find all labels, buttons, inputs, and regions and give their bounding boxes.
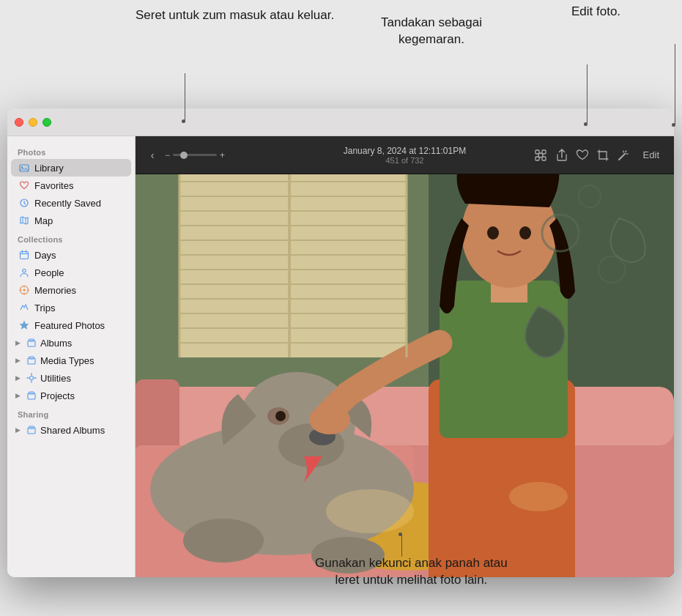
sidebar-item-library[interactable]: Library — [11, 159, 131, 177]
zoom-slider[interactable] — [173, 154, 217, 156]
callout-edit: Edit foto. — [571, 4, 620, 21]
title-bar — [7, 108, 674, 136]
photo-display — [136, 174, 674, 577]
sidebar-item-media-types[interactable]: ▶ Media Types — [11, 352, 131, 369]
svg-rect-31 — [542, 150, 546, 154]
svg-rect-32 — [535, 157, 539, 160]
media-types-icon — [26, 355, 37, 366]
favorite-button[interactable] — [575, 146, 590, 164]
zoom-slider-container: − + — [165, 150, 225, 160]
sidebar-item-trips[interactable]: Trips — [11, 299, 131, 316]
photo-viewer: ‹ − + January 8, 2024 at 12:11:01PM 451 … — [136, 136, 674, 577]
svg-point-67 — [311, 537, 385, 574]
sidebar-item-featured[interactable]: Featured Photos — [11, 316, 131, 334]
media-types-expand-arrow: ▶ — [15, 357, 23, 364]
utilities-icon — [26, 372, 37, 384]
sidebar-item-media-types-label: Media Types — [40, 355, 94, 366]
zoom-plus-icon[interactable]: + — [220, 150, 225, 160]
minimize-button[interactable] — [29, 118, 37, 127]
sidebar-item-projects[interactable]: ▶ Projects — [11, 387, 131, 404]
sidebar-item-library-label: Library — [34, 163, 64, 174]
collections-section-label: Collections — [7, 229, 135, 246]
svg-line-35 — [619, 154, 625, 160]
photo-date: January 8, 2024 at 12:11:01PM — [344, 146, 466, 156]
svg-point-76 — [326, 489, 414, 533]
toolbar-left: ‹ − + — [144, 147, 276, 163]
utilities-expand-arrow: ▶ — [15, 374, 23, 382]
sidebar-item-albums-label: Albums — [40, 338, 72, 349]
sidebar-item-featured-label: Featured Photos — [34, 320, 105, 331]
sidebar-item-favorites[interactable]: Favorites — [11, 177, 131, 194]
viewer-toolbar: ‹ − + January 8, 2024 at 12:11:01PM 451 … — [136, 136, 674, 174]
photo-count: 451 of 732 — [386, 156, 424, 165]
svg-rect-30 — [535, 150, 539, 154]
featured-icon — [18, 319, 30, 331]
projects-expand-arrow: ▶ — [15, 392, 23, 399]
crop-button[interactable] — [596, 146, 610, 164]
svg-point-74 — [519, 226, 531, 240]
maximize-button[interactable] — [42, 118, 51, 127]
albums-expand-arrow: ▶ — [15, 339, 23, 346]
face-recognition-button[interactable] — [533, 146, 548, 164]
toolbar-right: Edit — [533, 146, 665, 164]
svg-point-73 — [487, 226, 499, 240]
svg-point-66 — [183, 519, 264, 563]
mac-window: Photos Library — [7, 108, 674, 577]
sidebar-item-shared-albums-label: Shared Albums — [40, 425, 105, 436]
sidebar-item-trips-label: Trips — [34, 303, 55, 313]
sidebar-item-utilities[interactable]: ▶ Utilities — [11, 369, 131, 387]
sidebar-item-favorites-label: Favorites — [34, 180, 73, 191]
sidebar-item-memories-label: Memories — [34, 285, 76, 296]
traffic-lights — [15, 118, 51, 127]
share-button[interactable] — [554, 146, 568, 164]
callout-favorite: Tandakan sebagaikegemaran. — [381, 15, 482, 48]
zoom-slider-thumb[interactable] — [180, 152, 188, 159]
sidebar-item-people-label: People — [34, 267, 64, 278]
callout-zoom: Seret untuk zum masuk atau keluar. — [136, 7, 334, 24]
recently-saved-icon — [18, 197, 30, 209]
people-icon — [18, 267, 30, 278]
svg-point-75 — [309, 405, 350, 434]
sharing-section-label: Sharing — [7, 404, 135, 421]
toolbar-center: January 8, 2024 at 12:11:01PM 451 of 732 — [276, 146, 533, 165]
svg-point-9 — [23, 269, 26, 272]
svg-rect-5 — [21, 252, 29, 259]
sidebar-item-memories[interactable]: Memories — [11, 281, 131, 299]
favorites-icon — [18, 179, 30, 191]
main-content: Photos Library — [7, 136, 674, 577]
map-icon — [18, 215, 30, 226]
trips-icon — [18, 302, 30, 313]
close-button[interactable] — [15, 118, 23, 127]
svg-point-77 — [509, 482, 568, 511]
sidebar-item-albums[interactable]: ▶ Albums — [11, 334, 131, 352]
sidebar-item-days[interactable]: Days — [11, 246, 131, 264]
sidebar-item-map-label: Map — [34, 215, 53, 226]
edit-button[interactable]: Edit — [637, 147, 665, 163]
albums-icon — [26, 337, 37, 349]
zoom-minus-icon[interactable]: − — [165, 150, 170, 160]
sidebar-item-recently-saved-label: Recently Saved — [34, 198, 101, 209]
svg-rect-33 — [542, 157, 546, 160]
svg-point-65 — [275, 411, 286, 421]
sidebar-item-recently-saved[interactable]: Recently Saved — [11, 194, 131, 212]
sidebar-item-utilities-label: Utilities — [40, 373, 71, 384]
svg-point-21 — [30, 376, 34, 380]
sidebar-item-projects-label: Projects — [40, 390, 75, 401]
shared-albums-expand-arrow: ▶ — [15, 426, 23, 434]
photo-scene-svg — [136, 174, 674, 577]
photos-section-label: Photos — [7, 142, 135, 159]
svg-line-38 — [626, 151, 627, 152]
projects-icon — [26, 390, 37, 401]
shared-albums-icon — [26, 424, 37, 436]
sidebar-item-shared-albums[interactable]: ▶ Shared Albums — [11, 421, 131, 439]
sidebar-item-map[interactable]: Map — [11, 212, 131, 229]
svg-point-1 — [21, 166, 23, 168]
sidebar-item-people[interactable]: People — [11, 264, 131, 281]
previous-photo-button[interactable]: ‹ — [144, 147, 160, 163]
memories-icon — [18, 284, 30, 296]
auto-enhance-button[interactable] — [616, 146, 631, 164]
sidebar-item-days-label: Days — [34, 250, 56, 261]
svg-marker-16 — [21, 322, 29, 330]
sidebar: Photos Library — [7, 136, 136, 577]
days-icon — [18, 249, 30, 261]
